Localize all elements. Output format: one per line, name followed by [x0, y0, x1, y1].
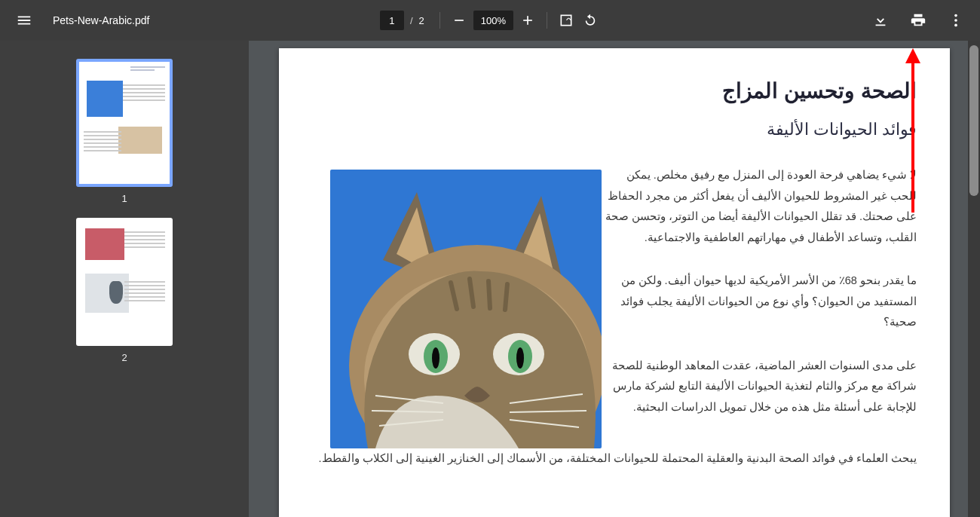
svg-point-5 [954, 19, 957, 22]
fit-page-button[interactable] [556, 11, 576, 30]
thumbnail-item: 2 [76, 218, 173, 363]
svg-line-24 [488, 281, 490, 308]
svg-rect-2 [527, 16, 528, 25]
divider [439, 12, 440, 29]
thumb-image-icon [87, 81, 123, 117]
svg-point-6 [954, 24, 957, 27]
svg-rect-3 [561, 15, 571, 25]
document-content: الصحة وتحسين المزاج فوائد الحيوانات الأل… [312, 78, 917, 470]
print-button[interactable] [908, 10, 929, 31]
toolbar-left: Pets-New-Arabic.pdf [14, 10, 366, 31]
doc-paragraph: يبحث العلماء في فوائد الصحة البدنية والع… [312, 448, 917, 470]
doc-subtitle: فوائد الحيوانات الأليفة [312, 120, 917, 139]
menu-icon[interactable] [14, 10, 35, 31]
more-menu-button[interactable] [945, 10, 966, 31]
scrollbar-thumb[interactable] [969, 45, 978, 196]
svg-line-25 [505, 284, 507, 310]
thumb-image-icon [85, 228, 124, 260]
download-button[interactable] [870, 10, 891, 31]
page-viewer[interactable]: الصحة وتحسين المزاج فوائد الحيوانات الأل… [249, 41, 980, 517]
thumbnail-panel: 1 2 [0, 41, 249, 517]
divider [547, 12, 547, 29]
thumbnail-item: 1 [76, 59, 173, 204]
thumbnail-number: 2 [121, 352, 127, 363]
toolbar-right [614, 10, 966, 31]
pdf-page: الصحة وتحسين المزاج فوائد الحيوانات الأل… [279, 48, 950, 517]
svg-point-4 [954, 14, 957, 17]
page-total: 2 [419, 15, 430, 26]
page-separator: / [409, 15, 415, 26]
doc-title: الصحة وتحسين المزاج [312, 78, 917, 103]
main-area: 1 2 الصحة وتحسين المزاج فوائد الحيوانات … [0, 41, 980, 517]
svg-rect-0 [455, 20, 464, 21]
vertical-scrollbar[interactable] [968, 41, 980, 517]
cat-illustration-icon [330, 170, 602, 448]
rotate-button[interactable] [580, 11, 600, 30]
toolbar-center: / 2 100% [380, 11, 600, 30]
thumb-image-icon [118, 127, 162, 154]
filename-label: Pets-New-Arabic.pdf [53, 14, 149, 26]
thumbnail-page-2[interactable] [76, 218, 173, 346]
zoom-value: 100% [481, 15, 506, 26]
zoom-in-button[interactable] [518, 11, 537, 30]
zoom-out-button[interactable] [449, 11, 469, 30]
pdf-toolbar: Pets-New-Arabic.pdf / 2 100% [0, 0, 980, 41]
svg-point-15 [516, 347, 524, 369]
zoom-level[interactable]: 100% [473, 11, 513, 30]
page-number-input[interactable] [380, 11, 404, 30]
article-image [330, 170, 602, 448]
svg-point-14 [432, 347, 439, 369]
thumbnail-page-1[interactable] [76, 59, 173, 187]
thumbnail-number: 1 [121, 193, 127, 204]
thumb-image-icon [85, 274, 129, 313]
